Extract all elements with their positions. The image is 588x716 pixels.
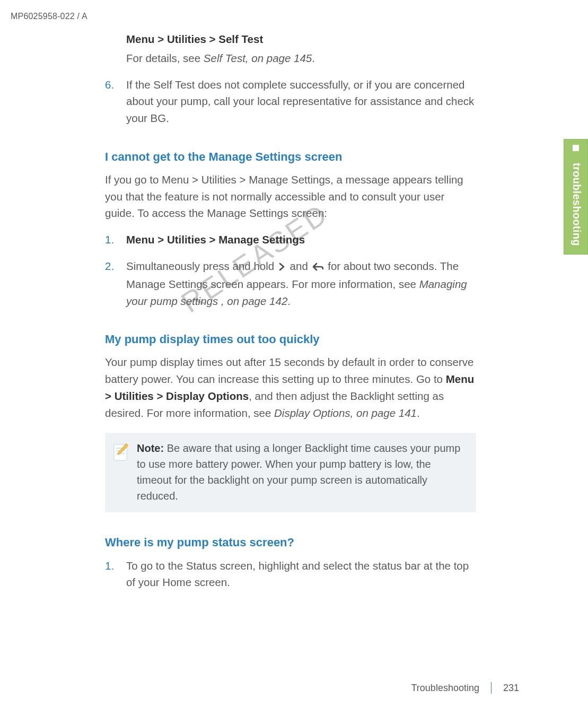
step-text: Menu > Utilities > Manage Settings bbox=[126, 231, 476, 248]
note-label: Note: bbox=[137, 442, 167, 454]
list-item: 6. If the Self Test does not complete su… bbox=[105, 76, 476, 127]
content: Menu > Utilities > Self Test For details… bbox=[105, 31, 476, 591]
text-fragment: . bbox=[417, 407, 420, 419]
page-footer: Troubleshooting 231 bbox=[411, 682, 519, 694]
section-para: If you go to Menu > Utilities > Manage S… bbox=[105, 171, 476, 222]
text-fragment: Simultaneously press and hold bbox=[126, 260, 277, 272]
page-number: 231 bbox=[503, 683, 519, 694]
tab-square-icon bbox=[573, 145, 579, 151]
footer-divider bbox=[491, 682, 492, 694]
list-item: 2. Simultaneously press and hold and for… bbox=[105, 258, 476, 309]
numbered-list: 1. Menu > Utilities > Manage Settings 2.… bbox=[105, 231, 476, 309]
step-text: If the Self Test does not complete succe… bbox=[126, 76, 476, 127]
chapter-side-tab: troubleshooting bbox=[564, 139, 588, 255]
back-arrow-icon bbox=[312, 259, 324, 276]
text-fragment: Your pump display times out after 15 sec… bbox=[105, 356, 474, 385]
step-list-continued: 6. If the Self Test does not complete su… bbox=[105, 76, 476, 127]
step-number: 6. bbox=[105, 76, 126, 127]
details-prefix: For details, see bbox=[126, 52, 204, 64]
note-callout: Note: Be aware that using a longer Backl… bbox=[105, 433, 476, 512]
details-ref: Self Test, on page 145 bbox=[204, 52, 312, 64]
note-body: Note: Be aware that using a longer Backl… bbox=[137, 440, 467, 504]
chevron-right-icon bbox=[278, 259, 286, 276]
tab-label: troubleshooting bbox=[564, 162, 588, 252]
list-item: 1. Menu > Utilities > Manage Settings bbox=[105, 231, 476, 248]
page: MP6025958-022 / A troubleshooting RELEAS… bbox=[0, 0, 588, 716]
footer-section: Troubleshooting bbox=[411, 683, 479, 694]
note-pencil-icon bbox=[112, 441, 131, 504]
step-number: 1. bbox=[105, 231, 126, 248]
note-text: Be aware that using a longer Backlight t… bbox=[137, 442, 460, 502]
details-suffix: . bbox=[312, 52, 315, 64]
text-fragment: and bbox=[290, 260, 311, 272]
section-heading: My pump display times out too quickly bbox=[105, 330, 476, 348]
section-heading: Where is my pump status screen? bbox=[105, 534, 476, 552]
menu-path: Menu > Utilities > Self Test bbox=[126, 31, 476, 48]
details-line: For details, see Self Test, on page 145. bbox=[126, 50, 476, 67]
list-item: 1. To go to the Status screen, highlight… bbox=[105, 557, 476, 591]
numbered-list: 1. To go to the Status screen, highlight… bbox=[105, 557, 476, 591]
cross-ref: Display Options, on page 141 bbox=[274, 407, 417, 419]
step-text: Simultaneously press and hold and for ab… bbox=[126, 258, 476, 309]
section-heading: I cannot get to the Manage Settings scre… bbox=[105, 148, 476, 166]
step-number: 1. bbox=[105, 557, 126, 591]
doc-code: MP6025958-022 / A bbox=[11, 12, 87, 21]
step-number: 2. bbox=[105, 258, 126, 309]
section-para: Your pump display times out after 15 sec… bbox=[105, 354, 476, 421]
step-text: To go to the Status screen, highlight an… bbox=[126, 557, 476, 591]
text-fragment: . bbox=[287, 295, 291, 307]
